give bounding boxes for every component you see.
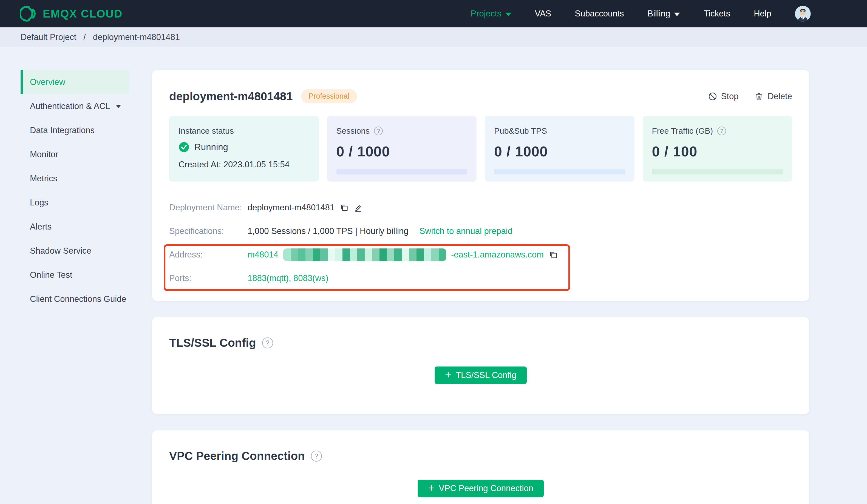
nav-item-tickets[interactable]: Tickets: [704, 9, 730, 19]
add-tls-ssl-config-button[interactable]: + TLS/SSL Config: [435, 366, 527, 384]
sidebar-item-client-connections-guide[interactable]: Client Connections Guide: [21, 287, 129, 311]
breadcrumb-current: deployment-m4801481: [93, 32, 180, 42]
user-avatar[interactable]: [795, 6, 811, 22]
deployment-overview-card: deployment-m4801481 Professional Stop: [152, 70, 809, 301]
specifications-row: Specifications: 1,000 Sessions / 1,000 T…: [169, 225, 792, 238]
delete-button[interactable]: Delete: [754, 91, 792, 101]
help-icon[interactable]: ?: [374, 127, 383, 135]
address-redacted: [283, 249, 446, 261]
sidebar-item-logs[interactable]: Logs: [21, 191, 129, 215]
nav-item-help[interactable]: Help: [754, 9, 771, 19]
copy-icon[interactable]: [549, 250, 558, 260]
sidebar: Overview Authentication & ACL Data Integ…: [21, 70, 129, 311]
sidebar-item-metrics[interactable]: Metrics: [21, 166, 129, 191]
instance-status-card: Instance status Running Created At: 2023…: [169, 116, 319, 182]
tls-ssl-card: TLS/SSL Config ? + TLS/SSL Config: [152, 317, 809, 414]
chevron-down-icon: [116, 105, 121, 108]
stop-icon: [708, 92, 717, 101]
sidebar-item-shadow-service[interactable]: Shadow Service: [21, 239, 129, 263]
nav-item-subaccounts[interactable]: Subaccounts: [575, 9, 624, 19]
pubsub-progress-bar: [494, 169, 625, 175]
stop-button[interactable]: Stop: [708, 91, 739, 101]
deployment-name-row: Deployment Name: deployment-m4801481: [169, 201, 792, 214]
address-prefix: m48014: [248, 250, 278, 260]
help-icon[interactable]: ?: [311, 451, 322, 462]
tls-ssl-title: TLS/SSL Config: [169, 336, 256, 350]
ports-row: Ports: 1883(mqtt), 8083(ws): [169, 272, 792, 285]
nav-items: Projects VAS Subaccounts Billing Tickets…: [471, 6, 811, 22]
sidebar-item-online-test[interactable]: Online Test: [21, 263, 129, 287]
check-circle-icon: [179, 142, 190, 153]
copy-icon[interactable]: [340, 203, 349, 212]
specifications-value: 1,000 Sessions / 1,000 TPS | Hourly bill…: [248, 226, 408, 236]
vpc-peering-title: VPC Peering Connection: [169, 449, 305, 463]
sessions-progress-bar: [336, 169, 468, 175]
sidebar-item-alerts[interactable]: Alerts: [21, 215, 129, 239]
sidebar-item-monitor[interactable]: Monitor: [21, 142, 129, 166]
switch-annual-prepaid-link[interactable]: Switch to annual prepaid: [419, 226, 513, 236]
chevron-down-icon: [505, 13, 511, 16]
sessions-card: Sessions ? 0 / 1000: [327, 116, 477, 182]
top-nav: EMQX CLOUD Projects VAS Subaccounts Bill…: [0, 0, 867, 28]
created-at: Created At: 2023.01.05 15:54: [179, 160, 310, 169]
chevron-down-icon: [674, 13, 680, 16]
deployment-name-value: deployment-m4801481: [248, 203, 334, 212]
brand-name: EMQX CLOUD: [43, 8, 122, 20]
nav-item-vas[interactable]: VAS: [535, 9, 552, 19]
help-icon[interactable]: ?: [262, 338, 273, 348]
plus-icon: +: [445, 369, 451, 380]
emqx-logo-icon: [20, 5, 37, 22]
plus-icon: +: [428, 482, 434, 493]
breadcrumb-project[interactable]: Default Project: [21, 32, 76, 42]
ports-value: 1883(mqtt), 8083(ws): [248, 273, 329, 283]
sessions-value: 0 / 1000: [336, 143, 468, 160]
traffic-progress-bar: [652, 169, 783, 175]
plan-badge: Professional: [301, 89, 357, 103]
brand[interactable]: EMQX CLOUD: [20, 5, 122, 22]
free-traffic-card: Free Traffic (GB) ? 0 / 100: [643, 116, 792, 182]
pubsub-tps-value: 0 / 1000: [494, 143, 625, 160]
sidebar-item-overview[interactable]: Overview: [21, 70, 129, 94]
add-vpc-peering-button[interactable]: + VPC Peering Connection: [418, 480, 544, 497]
deployment-title: deployment-m4801481: [169, 90, 293, 103]
address-suffix: -east-1.amazonaws.com: [451, 250, 544, 260]
breadcrumb: Default Project / deployment-m4801481: [0, 28, 867, 47]
nav-item-projects[interactable]: Projects: [471, 9, 511, 19]
breadcrumb-separator: /: [83, 32, 86, 42]
nav-item-billing[interactable]: Billing: [647, 9, 680, 19]
sidebar-item-authentication-acl[interactable]: Authentication & ACL: [21, 94, 129, 118]
instance-status-value: Running: [194, 142, 228, 152]
vpc-peering-card: VPC Peering Connection ? + VPC Peering C…: [152, 430, 809, 504]
edit-icon[interactable]: [354, 203, 363, 212]
address-row: Address: m48014-east-1.amazonaws.com: [169, 249, 792, 261]
free-traffic-value: 0 / 100: [652, 143, 783, 160]
trash-icon: [754, 92, 764, 101]
sidebar-item-data-integrations[interactable]: Data Integrations: [21, 118, 129, 142]
pubsub-tps-card: Pub&Sub TPS 0 / 1000: [485, 116, 634, 182]
help-icon[interactable]: ?: [717, 127, 726, 135]
